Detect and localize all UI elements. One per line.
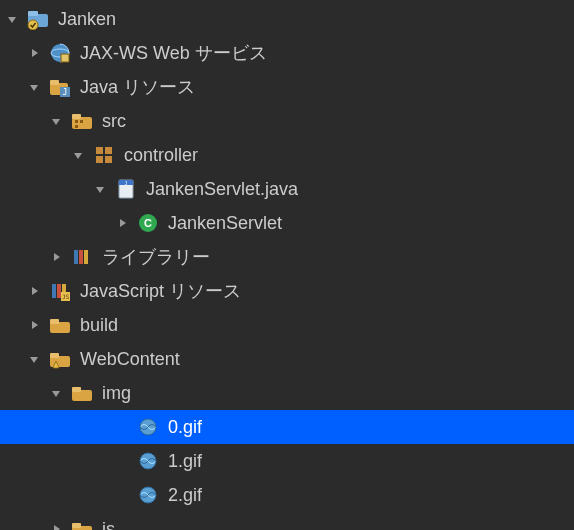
- tree-item[interactable]: img: [0, 376, 574, 410]
- svg-rect-12: [75, 120, 78, 123]
- tree-item[interactable]: src: [0, 104, 574, 138]
- tree-item-label: 1.gif: [168, 452, 202, 470]
- tree-item[interactable]: Janken: [0, 2, 574, 36]
- javascript-resources-icon: JS: [48, 279, 72, 303]
- disclosure-triangle-expanded-icon[interactable]: [26, 351, 42, 367]
- tree-item-label: build: [80, 316, 118, 334]
- package-icon: [92, 143, 116, 167]
- svg-rect-13: [80, 120, 83, 123]
- library-icon: [70, 245, 94, 269]
- tree-item[interactable]: 2.gif: [0, 478, 574, 512]
- svg-text:J: J: [124, 180, 127, 186]
- disclosure-triangle-collapsed-icon[interactable]: [48, 249, 64, 265]
- tree-item-label: JankenServlet.java: [146, 180, 298, 198]
- svg-rect-27: [52, 284, 56, 298]
- svg-rect-24: [74, 250, 78, 264]
- svg-rect-25: [79, 250, 83, 264]
- svg-text:C: C: [144, 217, 152, 229]
- tree-item[interactable]: 0.gif: [0, 410, 574, 444]
- java-resources-icon: J: [48, 75, 72, 99]
- project-icon: [26, 7, 50, 31]
- tree-item-label: Janken: [58, 10, 116, 28]
- tree-item[interactable]: JSJavaScript リソース: [0, 274, 574, 308]
- tree-item-label: img: [102, 384, 131, 402]
- tree-item[interactable]: CJankenServlet: [0, 206, 574, 240]
- tree-item[interactable]: controller: [0, 138, 574, 172]
- svg-rect-46: [72, 523, 81, 528]
- svg-rect-11: [72, 114, 81, 119]
- disclosure-triangle-collapsed-icon[interactable]: [26, 317, 42, 333]
- disclosure-triangle-collapsed-icon[interactable]: [26, 45, 42, 61]
- svg-rect-28: [57, 284, 61, 298]
- tree-item-label: JAX-WS Web サービス: [80, 44, 267, 62]
- tree-item[interactable]: JJava リソース: [0, 70, 574, 104]
- tree-item-label: src: [102, 112, 126, 130]
- source-folder-icon: [70, 109, 94, 133]
- image-file-icon: [136, 449, 160, 473]
- tree-item-label: JavaScript リソース: [80, 282, 241, 300]
- tree-item[interactable]: build: [0, 308, 574, 342]
- tree-item-label: 2.gif: [168, 486, 202, 504]
- svg-rect-18: [105, 156, 112, 163]
- svg-rect-35: [50, 353, 59, 358]
- disclosure-triangle-expanded-icon[interactable]: [48, 385, 64, 401]
- tree-item-label: js: [102, 520, 115, 530]
- tree-item[interactable]: js: [0, 512, 574, 530]
- disclosure-triangle-expanded-icon[interactable]: [48, 113, 64, 129]
- tree-item[interactable]: JAX-WS Web サービス: [0, 36, 574, 70]
- tree-item[interactable]: 1.gif: [0, 444, 574, 478]
- globe-service-icon: [48, 41, 72, 65]
- svg-rect-33: [50, 319, 59, 324]
- tree-item[interactable]: WebContent: [0, 342, 574, 376]
- folder-icon: [70, 381, 94, 405]
- tree-item[interactable]: ライブラリー: [0, 240, 574, 274]
- tree-item-label: controller: [124, 146, 198, 164]
- web-folder-icon: [48, 347, 72, 371]
- disclosure-triangle-expanded-icon[interactable]: [70, 147, 86, 163]
- folder-icon: [48, 313, 72, 337]
- svg-rect-17: [96, 156, 103, 163]
- disclosure-triangle-expanded-icon[interactable]: [26, 79, 42, 95]
- disclosure-triangle-expanded-icon[interactable]: [92, 181, 108, 197]
- svg-text:JS: JS: [62, 293, 70, 300]
- svg-rect-14: [75, 125, 78, 128]
- tree-item-label: Java リソース: [80, 78, 195, 96]
- image-file-icon: [136, 483, 160, 507]
- java-file-icon: J: [114, 177, 138, 201]
- svg-text:J: J: [63, 88, 68, 97]
- class-icon: C: [136, 211, 160, 235]
- disclosure-triangle-collapsed-icon[interactable]: [114, 215, 130, 231]
- disclosure-triangle-collapsed-icon[interactable]: [26, 283, 42, 299]
- disclosure-triangle-expanded-icon[interactable]: [4, 11, 20, 27]
- image-file-icon: [136, 415, 160, 439]
- project-explorer-tree: JankenJAX-WS Web サービスJJava リソースsrccontro…: [0, 0, 574, 530]
- svg-rect-1: [28, 11, 38, 16]
- tree-item-label: 0.gif: [168, 418, 202, 436]
- disclosure-triangle-collapsed-icon: [70, 419, 86, 435]
- svg-rect-5: [61, 54, 69, 62]
- svg-rect-38: [72, 387, 81, 392]
- disclosure-triangle-collapsed-icon: [70, 487, 86, 503]
- svg-rect-26: [84, 250, 88, 264]
- tree-item-label: ライブラリー: [102, 248, 210, 266]
- svg-rect-7: [50, 80, 59, 85]
- svg-rect-15: [96, 147, 103, 154]
- folder-icon: [70, 517, 94, 530]
- svg-rect-16: [105, 147, 112, 154]
- disclosure-triangle-collapsed-icon: [70, 453, 86, 469]
- tree-item-label: JankenServlet: [168, 214, 282, 232]
- tree-item[interactable]: JJankenServlet.java: [0, 172, 574, 206]
- svg-point-2: [28, 20, 38, 30]
- tree-item-label: WebContent: [80, 350, 180, 368]
- disclosure-triangle-collapsed-icon[interactable]: [48, 521, 64, 530]
